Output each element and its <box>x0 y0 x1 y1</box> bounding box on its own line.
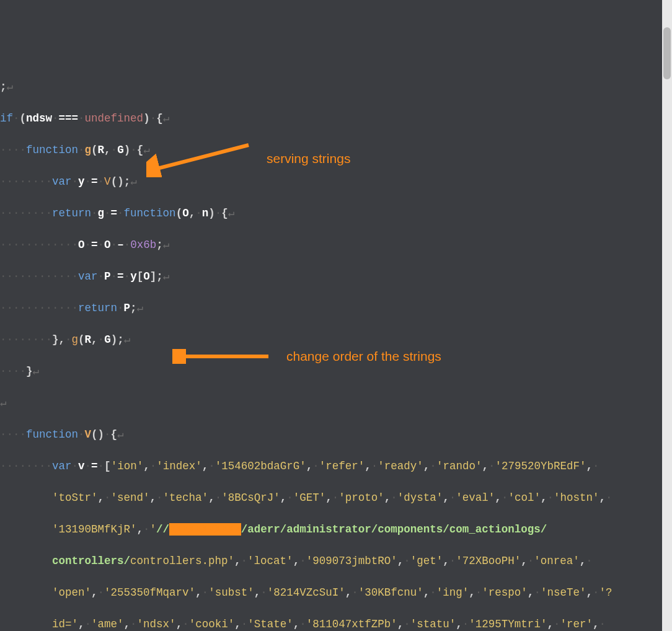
code-line: ············O·=·O·–·0x6b;↵ <box>0 237 672 254</box>
code-line: if·(ndsw·===·undefined)·{↵ <box>0 111 672 127</box>
annotation-serving-strings: serving strings <box>146 140 350 177</box>
annotation-label: serving strings <box>267 151 350 167</box>
code-line: ········},·g(R,·G);↵ <box>0 332 672 348</box>
scrollbar-thumb[interactable] <box>663 27 671 79</box>
code-line: '13190BMfKjR',·'//XXXXXXXXXXX/aderr/admi… <box>0 522 672 538</box>
code-line: ····function·V()·{↵ <box>0 427 672 443</box>
code-line: 'open',·'255350fMqarv',·'subst',·'8214VZ… <box>0 585 672 601</box>
code-line: 'toStr',·'send',·'techa',·'8BCsQrJ',·'GE… <box>0 490 672 506</box>
code-line: ········return·g·=·function(O,·n)·{↵ <box>0 206 672 222</box>
code-line: ············var·P·=·y[O];↵ <box>0 269 672 285</box>
code-line: ········var·v·=·['ion',·'index',·'154602… <box>0 459 672 475</box>
annotation-change-order: change order of the strings <box>172 348 441 364</box>
code-line: ;↵ <box>0 79 672 95</box>
code-line: ····}↵ <box>0 364 672 380</box>
code-line: ············return·P;↵ <box>0 301 672 317</box>
svg-line-1 <box>153 145 249 170</box>
code-line: id=',·'ame',·'ndsx',·'cooki',·'State',·'… <box>0 617 672 632</box>
code-line: ↵ <box>0 395 672 412</box>
annotation-label: change order of the strings <box>286 348 441 364</box>
arrow-icon <box>146 140 252 177</box>
arrow-icon <box>172 349 272 364</box>
code-line: controllers/controllers.php',·'locat',·'… <box>0 554 672 570</box>
scrollbar-track[interactable] <box>662 0 672 631</box>
